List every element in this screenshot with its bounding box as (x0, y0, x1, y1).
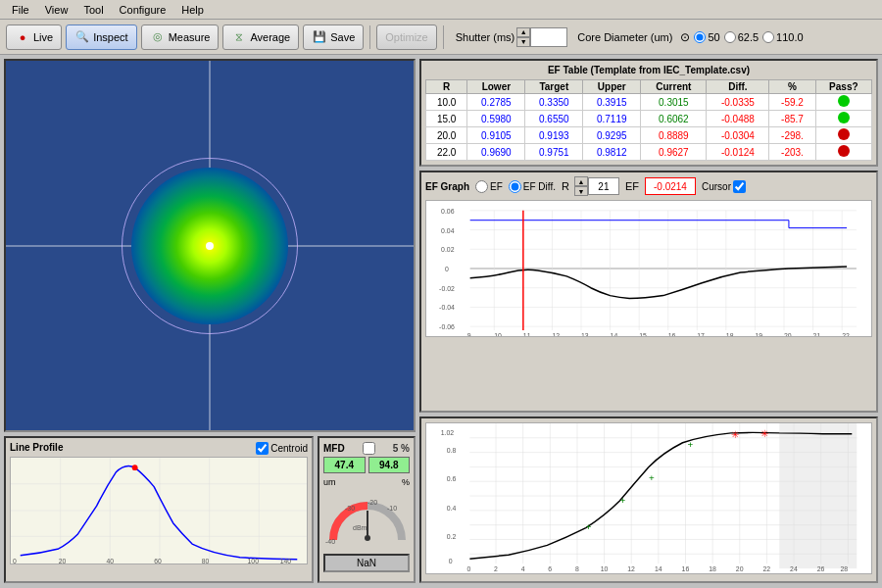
ef-table-cell: 0.8889 (641, 127, 707, 144)
svg-text:0: 0 (466, 565, 470, 572)
svg-text:13: 13 (581, 332, 589, 336)
col-current: Current (641, 80, 707, 94)
svg-text:6: 6 (548, 565, 552, 572)
svg-text:0.2: 0.2 (447, 533, 457, 540)
svg-text:+: + (619, 495, 625, 506)
svg-text:18: 18 (726, 332, 734, 336)
core-radio-625[interactable] (724, 31, 736, 43)
cursor-text: Cursor (702, 181, 731, 192)
menu-view[interactable]: View (37, 2, 76, 18)
centroid-checkbox[interactable] (256, 442, 269, 455)
svg-text:16: 16 (668, 332, 676, 336)
mfd-checkbox[interactable] (363, 442, 375, 455)
centroid-checkbox-label[interactable]: Centroid (256, 442, 308, 455)
live-button[interactable]: ● Live (6, 24, 62, 50)
svg-text:12: 12 (627, 565, 635, 572)
ef-table-cell: 0.9105 (467, 127, 525, 144)
ef-diff-radio-label[interactable]: EF Diff. (509, 180, 556, 193)
shutter-spinner[interactable]: ▲ ▼ (516, 27, 530, 47)
main-content: Line Profile Centroid (0, 55, 882, 587)
menu-tool[interactable]: Tool (75, 2, 111, 18)
svg-text:18: 18 (709, 565, 716, 572)
gauge-svg: -40 -30 -20 -10 dBm (323, 491, 412, 545)
svg-text:0.8: 0.8 (447, 447, 457, 454)
svg-text:-0.04: -0.04 (439, 304, 455, 311)
shutter-group: Shutter (ms) ▲ ▼ 100 (450, 27, 568, 47)
ef-radio-ef[interactable] (475, 180, 488, 193)
svg-text:80: 80 (202, 558, 210, 564)
svg-text:0: 0 (13, 558, 17, 564)
svg-text:12: 12 (552, 332, 560, 336)
ef-table-cell (815, 111, 871, 127)
svg-text:22: 22 (842, 332, 850, 336)
svg-text:60: 60 (154, 558, 162, 564)
ef-table-cell (815, 127, 871, 144)
svg-text:-0.02: -0.02 (439, 285, 455, 292)
core-option-625[interactable]: 62.5 (724, 31, 759, 43)
ef-table-cell (815, 94, 871, 111)
mfd-unit1: um (323, 477, 336, 487)
ef-graph-title: EF Graph (425, 181, 469, 192)
svg-text:0.06: 0.06 (441, 208, 455, 215)
core-option-50[interactable]: 50 (694, 31, 719, 43)
r-down[interactable]: ▼ (574, 186, 588, 196)
menu-configure[interactable]: Configure (112, 2, 174, 18)
line-profile-title-row: Line Profile Centroid (10, 442, 308, 455)
line-profile-title: Line Profile (10, 442, 63, 453)
col-pct: % (769, 80, 815, 94)
optimize-button[interactable]: Optimize (376, 24, 436, 50)
cursor-checkbox[interactable] (733, 180, 746, 193)
core-radio-50[interactable] (694, 31, 706, 43)
core-option-110[interactable]: 110.0 (762, 31, 804, 43)
ef-table-cell: 0.9295 (583, 127, 641, 144)
measure-icon: ◎ (150, 29, 166, 45)
ef-table-cell: -59.2 (769, 94, 815, 111)
save-button[interactable]: 💾 Save (303, 24, 364, 50)
beam-center (206, 242, 214, 250)
ef-table-cell: 20.0 (426, 127, 467, 144)
mfd-title-row: MFD 5 % (323, 442, 410, 455)
svg-text:-40: -40 (325, 538, 335, 545)
shutter-down[interactable]: ▼ (516, 37, 530, 47)
ef-radio-label[interactable]: EF (475, 180, 503, 193)
menu-help[interactable]: Help (173, 2, 212, 18)
r-label: R (562, 180, 569, 192)
ee-graph-area: + + + + ✳ ✳ 1.02 0.8 0.6 0.4 0.2 0 0 (425, 422, 872, 574)
svg-text:dBm: dBm (353, 524, 368, 531)
mfd-value2: 94.8 (368, 457, 411, 473)
svg-text:19: 19 (755, 332, 762, 336)
svg-point-17 (365, 535, 370, 541)
ef-table-cell: 10.0 (426, 94, 467, 111)
svg-point-8 (132, 465, 138, 470)
shutter-input[interactable]: 100 (530, 27, 567, 47)
svg-text:10: 10 (601, 565, 609, 572)
bottom-row: Line Profile Centroid (4, 436, 416, 583)
ef-table-cell: 0.9627 (641, 144, 707, 161)
inspect-button[interactable]: 🔍 Inspect (66, 24, 136, 50)
ef-table-cell: -203. (769, 144, 815, 161)
svg-text:26: 26 (817, 565, 825, 572)
core-radio-110[interactable] (762, 31, 774, 43)
svg-text:24: 24 (790, 565, 798, 572)
beam-view[interactable] (4, 59, 416, 432)
ef-table-cell: -0.0304 (707, 127, 769, 144)
mfd-panel: MFD 5 % 47.4 94.8 um % (318, 436, 416, 583)
cursor-label[interactable]: Cursor (702, 180, 746, 193)
average-button[interactable]: ⧖ Average (222, 24, 299, 50)
ef-table-cell: 0.5980 (467, 111, 525, 127)
beam-canvas (6, 61, 414, 430)
measure-button[interactable]: ◎ Measure (141, 24, 220, 50)
r-spinner[interactable]: ▲ ▼ (574, 176, 588, 196)
svg-text:0.4: 0.4 (447, 505, 457, 512)
ef-table-row: 15.00.59800.65500.71190.6062-0.0488-85.7 (426, 111, 872, 127)
ef-graph-controls: EF Graph EF EF Diff. R ▲ ▼ 21 EF (425, 176, 872, 196)
ef-table-row: 10.00.27850.33500.39150.3015-0.0335-59.2 (426, 94, 872, 111)
svg-text:100: 100 (248, 558, 260, 564)
ef-radio-diff[interactable] (509, 180, 521, 193)
ef-graph-panel: EF Graph EF EF Diff. R ▲ ▼ 21 EF (419, 171, 878, 413)
menu-file[interactable]: File (4, 2, 37, 18)
shutter-up[interactable]: ▲ (516, 27, 530, 37)
mfd-checkbox-label[interactable] (363, 442, 375, 455)
r-up[interactable]: ▲ (574, 176, 588, 186)
mfd-unit2: % (402, 477, 410, 487)
